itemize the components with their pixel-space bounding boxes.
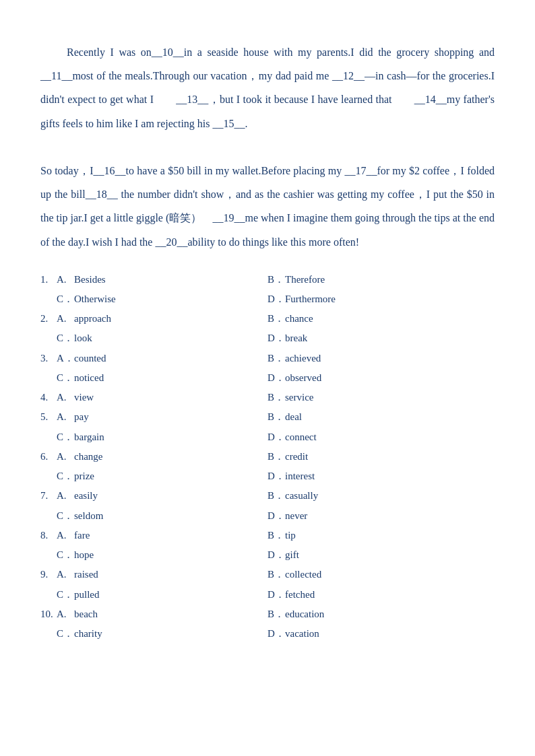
q9-d-text: fetched bbox=[285, 585, 315, 605]
q2-b-text: chance bbox=[285, 309, 313, 329]
q9-c-label: C． bbox=[57, 585, 74, 605]
q8-c-label: C． bbox=[57, 545, 74, 565]
q10-a-text: beach bbox=[74, 605, 98, 624]
q8-b-label: B． bbox=[268, 526, 285, 545]
question-7-cd: C． seldom D． never bbox=[40, 506, 495, 526]
question-9-cd: C． pulled D． fetched bbox=[40, 585, 495, 605]
q3-c-num bbox=[40, 368, 57, 388]
options-section: 1. A. Besides B． Therefore C． Otherwise … bbox=[40, 270, 495, 644]
question-3: 3. A． counted B． achieved bbox=[40, 349, 495, 368]
q8-a-text: fare bbox=[74, 526, 90, 545]
q8-d-text: gift bbox=[285, 545, 299, 565]
q2-c-label: C． bbox=[57, 329, 74, 348]
q10-num: 10. bbox=[40, 605, 57, 624]
q10-b-text: education bbox=[285, 605, 324, 624]
q10-d-label: D． bbox=[268, 624, 285, 644]
q10-d-text: vacation bbox=[285, 624, 319, 644]
q1-c-num bbox=[40, 289, 57, 309]
question-1: 1. A. Besides B． Therefore bbox=[40, 270, 495, 289]
q1-a-text: Besides bbox=[74, 270, 106, 289]
q9-b-label: B． bbox=[268, 565, 285, 584]
q4-a-label: A. bbox=[57, 388, 74, 407]
question-8: 8. A. fare B． tip bbox=[40, 526, 495, 545]
q5-d-label: D． bbox=[268, 427, 285, 447]
q9-c-num bbox=[40, 585, 57, 605]
question-2: 2. A. approach B． chance bbox=[40, 309, 495, 329]
question-1-cd: C． Otherwise D． Furthermore bbox=[40, 289, 495, 309]
q5-d-text: connect bbox=[285, 427, 317, 447]
q3-num: 3. bbox=[40, 349, 57, 368]
q1-num: 1. bbox=[40, 270, 57, 289]
q3-b-text: achieved bbox=[285, 349, 321, 368]
q2-a-label: A. bbox=[57, 309, 74, 329]
q8-b-text: tip bbox=[285, 526, 296, 545]
q7-b-label: B． bbox=[268, 486, 285, 506]
q9-num: 9. bbox=[40, 565, 57, 584]
q3-d-label: D． bbox=[268, 368, 285, 388]
q1-d-label: D． bbox=[268, 289, 285, 309]
q6-c-label: C． bbox=[57, 467, 74, 486]
question-8-cd: C． hope D． gift bbox=[40, 545, 495, 565]
q7-b-text: casually bbox=[285, 486, 318, 506]
question-7: 7. A. easily B． casually bbox=[40, 486, 495, 506]
q3-a-label: A． bbox=[57, 349, 74, 368]
q6-a-text: change bbox=[74, 447, 102, 467]
q10-c-label: C． bbox=[57, 624, 74, 644]
q2-c-num bbox=[40, 329, 57, 348]
q2-d-label: D． bbox=[268, 329, 285, 348]
question-6: 6. A. change B． credit bbox=[40, 447, 495, 467]
q3-b-label: B． bbox=[268, 349, 285, 368]
q3-a-text: counted bbox=[74, 349, 106, 368]
question-6-cd: C． prize D． interest bbox=[40, 467, 495, 486]
q7-a-text: easily bbox=[74, 486, 98, 506]
q5-c-num bbox=[40, 427, 57, 447]
q5-a-text: pay bbox=[74, 407, 89, 427]
q6-a-label: A. bbox=[57, 447, 74, 467]
q1-a-label: A. bbox=[57, 270, 74, 289]
q9-b-text: collected bbox=[285, 565, 321, 584]
q9-c-text: pulled bbox=[74, 585, 100, 605]
q8-d-label: D． bbox=[268, 545, 285, 565]
q5-c-text: bargain bbox=[74, 427, 104, 447]
q2-d-text: break bbox=[285, 329, 307, 348]
q6-d-text: interest bbox=[285, 467, 315, 486]
q9-a-text: raised bbox=[74, 565, 98, 584]
q3-c-label: C． bbox=[57, 368, 74, 388]
question-5: 5. A. pay B． deal bbox=[40, 407, 495, 427]
q9-a-label: A. bbox=[57, 565, 74, 584]
q2-c-text: look bbox=[74, 329, 92, 348]
q4-b-label: B． bbox=[268, 388, 285, 407]
q2-num: 2. bbox=[40, 309, 57, 329]
q6-c-num bbox=[40, 467, 57, 486]
question-9: 9. A. raised B． collected bbox=[40, 565, 495, 584]
q6-b-label: B． bbox=[268, 447, 285, 467]
q7-c-label: C． bbox=[57, 506, 74, 526]
q2-b-label: B． bbox=[268, 309, 285, 329]
q7-c-num bbox=[40, 506, 57, 526]
q5-a-label: A. bbox=[57, 407, 74, 427]
q10-c-num bbox=[40, 624, 57, 644]
q8-a-label: A. bbox=[57, 526, 74, 545]
q4-num: 4. bbox=[40, 388, 57, 407]
q4-b-text: service bbox=[285, 388, 313, 407]
q10-b-label: B． bbox=[268, 605, 285, 624]
q7-d-text: never bbox=[285, 506, 307, 526]
question-5-cd: C． bargain D． connect bbox=[40, 427, 495, 447]
question-3-cd: C． noticed D． observed bbox=[40, 368, 495, 388]
q8-num: 8. bbox=[40, 526, 57, 545]
passage-text: Recently I was on__10__in a seaside hous… bbox=[40, 40, 495, 254]
question-4: 4. A. view B． service bbox=[40, 388, 495, 407]
q7-c-text: seldom bbox=[74, 506, 103, 526]
q6-d-label: D． bbox=[268, 467, 285, 486]
q6-c-text: prize bbox=[74, 467, 94, 486]
q9-d-label: D． bbox=[268, 585, 285, 605]
q5-b-text: deal bbox=[285, 407, 302, 427]
q6-num: 6. bbox=[40, 447, 57, 467]
question-10-cd: C． charity D． vacation bbox=[40, 624, 495, 644]
q7-num: 7. bbox=[40, 486, 57, 506]
q10-c-text: charity bbox=[74, 624, 102, 644]
q5-b-label: B． bbox=[268, 407, 285, 427]
q4-a-text: view bbox=[74, 388, 94, 407]
q1-c-text: Otherwise bbox=[74, 289, 116, 309]
q6-b-text: credit bbox=[285, 447, 308, 467]
